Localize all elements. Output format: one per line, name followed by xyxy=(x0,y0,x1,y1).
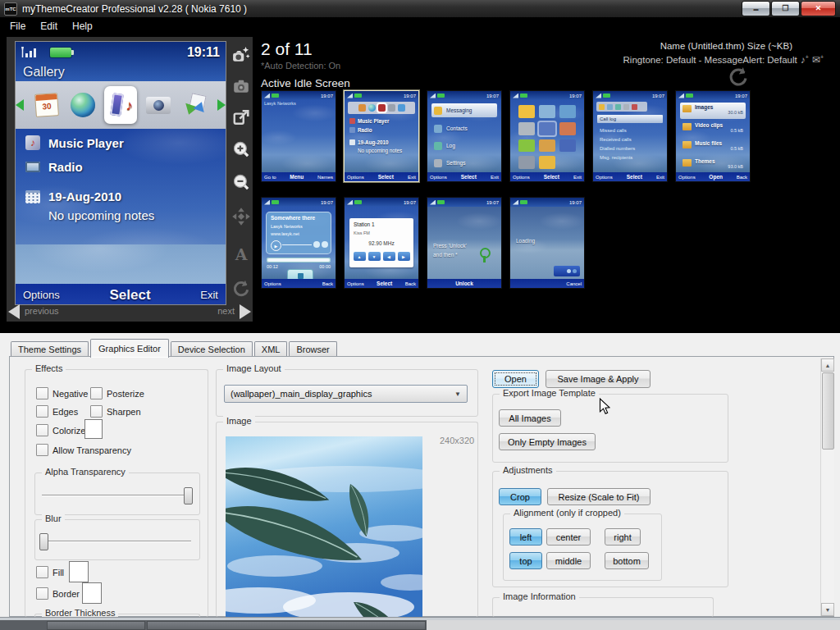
zoom-out-icon[interactable] xyxy=(231,172,251,192)
calendar-row[interactable]: 19-Aug-2010 xyxy=(25,189,121,203)
carousel-left-arrow-icon xyxy=(16,99,24,111)
list-item[interactable]: Radio xyxy=(25,160,83,174)
colorize-checkbox[interactable]: Colorize xyxy=(36,424,85,436)
battery-icon xyxy=(50,48,71,57)
colorize-color-swatch[interactable] xyxy=(84,419,103,439)
mini-icon-carousel xyxy=(348,102,415,114)
thumb-active-idle-screen[interactable]: 19:07 Music Player Radio 19-Aug-2010 No … xyxy=(344,90,419,182)
tab-device-selection[interactable]: Device Selection xyxy=(171,341,253,358)
image-layout-select[interactable]: (wallpaper)_main_display_graphics ▼ xyxy=(224,385,468,403)
sharpen-checkbox[interactable]: Sharpen xyxy=(90,405,141,418)
taskbar-button[interactable] xyxy=(47,621,145,630)
save-image-apply-button[interactable]: Save Image & Apply xyxy=(546,370,651,388)
negative-checkbox[interactable]: Negative xyxy=(36,387,88,399)
theme-wizard-icon[interactable] xyxy=(231,45,251,65)
softkey-left[interactable]: Options xyxy=(23,289,60,301)
scroll-up-button[interactable]: ▲ xyxy=(821,358,834,372)
thumb-standby-screen[interactable]: 19:07 Lasyk Networks Go toMenuNames xyxy=(261,90,336,182)
app-window: mTC myThemeCreator Professional v2.28 ( … xyxy=(0,0,840,630)
next-label[interactable]: next xyxy=(217,306,235,316)
move-tool-icon[interactable] xyxy=(231,207,251,226)
align-center-button[interactable]: center xyxy=(546,528,591,546)
taskbar-button[interactable] xyxy=(147,621,426,630)
posterize-checkbox[interactable]: Posterize xyxy=(90,387,144,399)
border-checkbox[interactable]: Border xyxy=(36,587,80,600)
menu-bar: File Edit Help xyxy=(0,18,840,34)
player-controls xyxy=(287,269,313,279)
crop-button[interactable]: Crop xyxy=(499,488,541,505)
tab-xml[interactable]: XML xyxy=(254,341,288,358)
softkey-right[interactable]: Exit xyxy=(200,289,218,301)
scroll-down-button[interactable]: ▼ xyxy=(821,603,834,616)
softkey-bar[interactable]: Options Select Exit xyxy=(16,284,226,305)
thumb-call-log[interactable]: 19:07 Call log Missed calls Received cal… xyxy=(592,90,668,182)
preview-navigation: previous next xyxy=(7,304,253,320)
phone-screen-preview[interactable]: 19:11 Gallery 30 ♪ ♪ Music Player R xyxy=(15,41,226,305)
tab-browser[interactable]: Browser xyxy=(289,341,336,358)
fill-color-swatch[interactable] xyxy=(69,561,89,582)
slider-thumb xyxy=(184,487,193,504)
app-icon: mTC xyxy=(4,2,17,16)
ringtone-note-icon[interactable]: ♪+ xyxy=(801,54,809,66)
screenshot-camera-icon[interactable] xyxy=(231,76,251,96)
align-middle-button[interactable]: middle xyxy=(546,552,591,569)
blur-slider[interactable] xyxy=(39,533,194,550)
resize-scale-to-fit-button[interactable]: Resize (Scale to Fit) xyxy=(547,488,651,505)
thumb-radio[interactable]: 19:07 Station 1 Kiss FM 92.90 MHz ▲▼◀▶ O… xyxy=(344,197,419,289)
next-arrow-icon[interactable] xyxy=(240,304,251,319)
align-right-button[interactable]: right xyxy=(605,528,641,546)
minimize-button[interactable]: ▬ xyxy=(742,1,770,16)
tab-theme-settings[interactable]: Theme Settings xyxy=(11,341,89,358)
message-alert-icon[interactable]: ✉+ xyxy=(812,54,824,66)
thumb-gallery[interactable]: 19:07 Images30.0 kB Video clips0.5 kB Mu… xyxy=(675,90,751,182)
restore-icon: ❐ xyxy=(782,5,788,12)
edges-checkbox[interactable]: Edges xyxy=(36,405,78,418)
align-bottom-button[interactable]: bottom xyxy=(605,552,649,569)
thumb-keylock[interactable]: 19:07 Press 'Unlock' and then * Unlock xyxy=(427,197,502,289)
screen-counter: 2 of 11 xyxy=(261,39,313,59)
theme-name-size: Name (Untitled.thm) Size (~KB) xyxy=(660,41,792,51)
export-image-icon[interactable] xyxy=(231,107,251,127)
all-images-button[interactable]: All Images xyxy=(499,409,561,427)
open-button[interactable]: Open xyxy=(492,370,539,388)
music-player-icon: ♪ xyxy=(25,135,40,150)
border-color-swatch[interactable] xyxy=(82,582,102,604)
idle-icon-carousel[interactable]: 30 ♪ xyxy=(16,81,226,129)
thumb-main-menu-grid[interactable]: 19:07 OptionsSelectExit xyxy=(509,90,585,182)
restore-button[interactable]: ❐ xyxy=(771,1,800,16)
align-left-button[interactable]: left xyxy=(509,528,542,546)
wallpaper-image[interactable] xyxy=(226,436,422,617)
menu-help[interactable]: Help xyxy=(65,19,100,34)
menu-edit[interactable]: Edit xyxy=(33,19,65,34)
previous-label[interactable]: previous xyxy=(25,306,59,316)
thumb-music-player[interactable]: 19:07 Somewhere there Lasyk Networks www… xyxy=(261,197,336,289)
minimize-icon: ▬ xyxy=(754,7,759,11)
calendar-note-icon xyxy=(25,190,40,203)
allow-transparency-checkbox[interactable]: Allow Transparency xyxy=(36,444,131,456)
undo-icon[interactable] xyxy=(231,279,251,299)
export-image-template-group: Export Image Template xyxy=(492,394,728,463)
thumb-main-menu-list[interactable]: 19:07 Messaging Contacts Log Settings Op… xyxy=(427,90,502,182)
previous-arrow-icon[interactable] xyxy=(8,304,20,319)
scrollbar-thumb[interactable] xyxy=(822,372,834,450)
image-information-group: Image Information xyxy=(492,597,714,617)
alpha-transparency-slider[interactable] xyxy=(39,487,194,504)
camera-icon xyxy=(144,89,173,121)
align-top-button[interactable]: top xyxy=(509,552,542,569)
list-item[interactable]: ♪ Music Player xyxy=(25,135,124,150)
thumb-loading[interactable]: 19:07 Loading Cancel xyxy=(509,197,585,289)
wallpaper-area[interactable] xyxy=(16,244,226,284)
slider-thumb xyxy=(39,533,48,550)
menu-file[interactable]: File xyxy=(2,19,33,34)
phone-status-bar: 19:11 Gallery xyxy=(16,42,226,81)
only-empty-images-button[interactable]: Only Empty Images xyxy=(499,433,596,450)
tab-graphics-editor[interactable]: Graphics Editor xyxy=(90,339,169,358)
close-button[interactable]: ✕ xyxy=(801,1,836,16)
softkey-middle[interactable]: Select xyxy=(110,287,151,304)
vertical-scrollbar[interactable]: ▲ ▼ xyxy=(820,358,834,616)
zoom-in-icon[interactable] xyxy=(231,139,251,159)
refresh-preview-icon[interactable] xyxy=(727,66,750,92)
fill-checkbox[interactable]: Fill xyxy=(36,566,64,578)
loading-indicator xyxy=(554,266,580,276)
font-tool-icon[interactable]: A xyxy=(231,244,251,264)
